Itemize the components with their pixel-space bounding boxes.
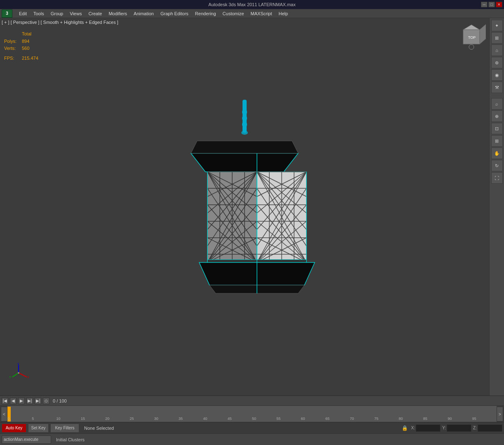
- title-bar: Autodesk 3ds Max 2011 LATERNMAX.max ─ □ …: [0, 0, 504, 9]
- ruler-tick-60: 60: [301, 417, 305, 421]
- tl-right-arrow[interactable]: >: [497, 407, 503, 422]
- z-coord-field: Z:: [473, 424, 502, 432]
- view-cube[interactable]: TOP: [457, 21, 486, 50]
- ruler-tick-90: 90: [447, 417, 452, 421]
- menu-customize[interactable]: Customize: [219, 10, 247, 17]
- menu-maxscript[interactable]: MAXScript: [247, 10, 276, 17]
- ruler-tick-45: 45: [228, 417, 232, 421]
- status-bar: Auto Key Set Key Key Filters None Select…: [0, 422, 504, 433]
- menu-animation[interactable]: Animation: [130, 10, 157, 17]
- timeline-bar[interactable]: < 05101520253035404550556065707580859095…: [0, 406, 504, 422]
- svg-marker-11: [191, 141, 298, 153]
- menu-bar: 3 Edit Tools Group Views Create Modifier…: [0, 9, 504, 18]
- play-btn-tl[interactable]: ▶: [18, 398, 25, 404]
- ruler-tick-80: 80: [399, 417, 403, 421]
- lock-icon[interactable]: 🔒: [402, 425, 408, 431]
- pan-btn[interactable]: ✋: [491, 148, 503, 159]
- ruler-tick-10: 10: [57, 417, 61, 421]
- action-display: actionMan.execute: [2, 436, 51, 444]
- maximize-btn[interactable]: □: [488, 2, 495, 7]
- lantern-model: [166, 100, 323, 314]
- selection-status: None Selected: [81, 426, 400, 431]
- svg-line-75: [12, 373, 19, 377]
- menu-edit[interactable]: Edit: [16, 10, 30, 17]
- y-coord-field: Y:: [442, 424, 471, 432]
- goto-end-btn[interactable]: ▶|: [35, 398, 41, 404]
- command-panel-hierarchy[interactable]: ⌂: [491, 44, 503, 56]
- zoom-all-btn[interactable]: ⊕: [491, 110, 503, 122]
- ruler-tick-0: 0: [7, 417, 9, 421]
- menu-views[interactable]: Views: [66, 10, 85, 17]
- goto-start-btn[interactable]: |◀: [2, 398, 8, 404]
- svg-marker-10: [191, 153, 298, 172]
- next-frame-btn[interactable]: ▶|: [26, 398, 33, 404]
- tl-left-arrow[interactable]: <: [1, 407, 7, 422]
- z-coord-input[interactable]: [478, 424, 502, 432]
- svg-marker-1: [463, 25, 480, 30]
- ruler-tick-65: 65: [325, 417, 330, 421]
- ruler-tick-75: 75: [374, 417, 379, 421]
- svg-text:Y: Y: [9, 375, 12, 379]
- frame-position: 0 / 100: [51, 398, 68, 403]
- set-key-btn[interactable]: Set Key: [28, 424, 49, 433]
- command-panel-motion[interactable]: ⊛: [491, 57, 503, 68]
- ruler-tick-30: 30: [154, 417, 158, 421]
- maximize-viewport-btn[interactable]: ⛶: [491, 172, 503, 184]
- ruler-tick-55: 55: [276, 417, 280, 421]
- y-coord-input[interactable]: [447, 424, 471, 432]
- command-panel-create[interactable]: ✦: [491, 20, 503, 31]
- auto-key-btn[interactable]: Auto Key: [2, 424, 26, 433]
- ruler-tick-20: 20: [105, 417, 109, 421]
- timeline-controls: |◀ ◀ ▶ ▶| ▶| ◇ 0 / 100: [0, 396, 504, 406]
- zoom-btn[interactable]: ⌕: [491, 98, 503, 110]
- svg-text:Z: Z: [17, 363, 19, 365]
- key-filters-btn[interactable]: Key Filters: [50, 424, 79, 433]
- command-panel-utilities[interactable]: ⚒: [491, 82, 503, 93]
- minimize-btn[interactable]: ─: [481, 2, 488, 7]
- ruler-tick-15: 15: [81, 417, 85, 421]
- viewport[interactable]: [ + ] [ Perspective ] [ Smooth + Highlig…: [0, 18, 489, 396]
- timeline: |◀ ◀ ▶ ▶| ▶| ◇ 0 / 100 < 051015202530354…: [0, 396, 504, 422]
- ruler-tick-95: 95: [472, 417, 476, 421]
- timeline-ruler[interactable]: 0510152025303540455055606570758085909510…: [7, 406, 497, 422]
- ruler-tick-70: 70: [350, 417, 354, 421]
- svg-line-73: [19, 373, 27, 377]
- arc-rotate-btn[interactable]: ↻: [491, 160, 503, 171]
- menu-rendering[interactable]: Rendering: [192, 10, 219, 17]
- app-logo: 3: [2, 9, 12, 18]
- ruler-tick-25: 25: [130, 417, 134, 421]
- ruler-tick-40: 40: [203, 417, 207, 421]
- svg-point-4: [469, 44, 474, 49]
- zoom-extents-all-btn[interactable]: ⊞: [491, 135, 503, 147]
- ruler-tick-85: 85: [423, 417, 427, 421]
- svg-marker-2: [480, 24, 486, 44]
- bottom-status: Initial Clusters: [53, 437, 88, 442]
- menu-create[interactable]: Create: [85, 10, 105, 17]
- menu-help[interactable]: Help: [276, 10, 292, 17]
- close-btn[interactable]: ✕: [496, 2, 502, 7]
- ruler-tick-5: 5: [32, 417, 34, 421]
- title-text: Autodesk 3ds Max 2011 LATERNMAX.max: [208, 2, 295, 7]
- axis-indicator: X Y Z: [8, 363, 29, 383]
- x-coord-field: X:: [411, 424, 440, 432]
- ruler-tick-35: 35: [179, 417, 183, 421]
- menu-graph-editors[interactable]: Graph Editors: [157, 10, 192, 17]
- svg-text:X: X: [27, 375, 29, 379]
- bottom-bar: actionMan.execute Initial Clusters: [0, 433, 504, 445]
- zoom-extents-btn[interactable]: ⊡: [491, 123, 503, 134]
- svg-text:TOP: TOP: [468, 35, 476, 40]
- command-panel-modify[interactable]: ⊞: [491, 32, 503, 44]
- svg-point-6: [241, 131, 248, 135]
- prev-frame-btn[interactable]: ◀: [10, 398, 16, 404]
- viewport-stats: Total Polys: 894 Verts: 560 FPS: 215.474: [4, 30, 38, 62]
- viewport-label: [ + ] [ Perspective ] [ Smooth + Highlig…: [2, 20, 118, 25]
- right-toolbar: ✦ ⊞ ⌂ ⊛ ◉ ⚒ ⌕ ⊕ ⊡ ⊞ ✋ ↻ ⛶: [489, 18, 504, 396]
- x-coord-input[interactable]: [416, 424, 440, 432]
- menu-group[interactable]: Group: [47, 10, 67, 17]
- command-panel-display[interactable]: ◉: [491, 69, 503, 81]
- menu-modifiers[interactable]: Modifiers: [105, 10, 130, 17]
- key-mode-btn[interactable]: ◇: [43, 398, 49, 404]
- menu-tools[interactable]: Tools: [30, 10, 47, 17]
- lock-group: 🔒: [402, 425, 408, 431]
- svg-point-79: [18, 372, 19, 374]
